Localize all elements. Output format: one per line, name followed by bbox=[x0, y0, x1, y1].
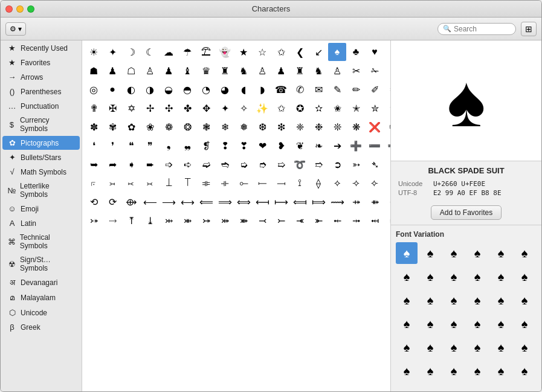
char-cell[interactable]: ✏ bbox=[347, 80, 365, 98]
char-cell[interactable]: ✨ bbox=[253, 99, 271, 117]
char-cell[interactable]: ➫ bbox=[197, 155, 215, 173]
search-input[interactable] bbox=[454, 25, 508, 33]
variation-cell[interactable]: ♠ bbox=[514, 313, 535, 335]
char-cell[interactable]: ⟴ bbox=[122, 193, 140, 211]
char-cell[interactable]: ⤁ bbox=[366, 193, 384, 211]
char-cell[interactable]: ⤐ bbox=[85, 211, 103, 230]
variation-cell[interactable]: ♠ bbox=[466, 289, 488, 311]
variation-cell[interactable]: ♠ bbox=[396, 266, 418, 288]
char-cell[interactable]: ❌ bbox=[366, 118, 384, 136]
char-cell[interactable]: ❡ bbox=[197, 137, 215, 155]
variation-cell[interactable]: ♠ bbox=[490, 266, 512, 288]
sidebar-item-unicode[interactable]: ⬡Unicode bbox=[2, 306, 80, 320]
variation-cell[interactable]: ♠ bbox=[443, 336, 465, 358]
char-cell[interactable]: ❛ bbox=[85, 137, 103, 155]
char-cell[interactable]: ◒ bbox=[160, 80, 178, 98]
char-cell[interactable]: ⟕ bbox=[103, 174, 121, 192]
char-cell[interactable]: ⟠ bbox=[309, 174, 327, 192]
char-cell[interactable]: ✮ bbox=[366, 99, 384, 117]
char-cell[interactable]: ✽ bbox=[85, 118, 103, 136]
char-cell[interactable]: ❤ bbox=[253, 137, 271, 155]
char-cell[interactable]: ☀ bbox=[85, 43, 103, 61]
char-cell[interactable]: ✣ bbox=[160, 99, 178, 117]
variation-cell[interactable]: ♠ bbox=[466, 266, 488, 288]
char-cell[interactable]: ❦ bbox=[291, 137, 309, 155]
variation-cell[interactable]: ♠ bbox=[419, 360, 441, 382]
char-cell[interactable]: ⟳ bbox=[103, 193, 121, 211]
char-cell[interactable]: ♥ bbox=[366, 43, 384, 61]
char-cell[interactable]: ✟ bbox=[85, 99, 103, 117]
char-cell[interactable]: ⤓ bbox=[141, 211, 159, 230]
sidebar-item-arrows[interactable]: →Arrows bbox=[2, 70, 80, 84]
gear-button[interactable]: ⚙ ▾ bbox=[5, 22, 26, 36]
char-grid-area[interactable]: ☀✦☽☾☁☂⛱👻★☆✩❮↙♠♣♥♦♤♧♡◇♛♚♝♞♟♜♙▲♚☗♟☖♙♟♝♛♜♞♙… bbox=[82, 40, 390, 391]
char-cell[interactable]: ✦ bbox=[103, 43, 121, 61]
char-cell[interactable]: ⟲ bbox=[85, 193, 103, 211]
char-cell[interactable]: ➕ bbox=[347, 137, 365, 155]
variation-cell[interactable]: ♠ bbox=[396, 289, 418, 311]
variation-cell[interactable]: ♠ bbox=[419, 313, 441, 335]
char-cell[interactable]: ♟ bbox=[160, 62, 178, 80]
char-cell[interactable]: ⟸ bbox=[197, 193, 215, 211]
char-cell[interactable]: ⟻ bbox=[253, 193, 271, 211]
variation-cell[interactable]: ♠ bbox=[514, 336, 535, 358]
variation-cell[interactable]: ♠ bbox=[443, 266, 465, 288]
variation-cell[interactable]: ♠ bbox=[514, 242, 535, 264]
char-cell[interactable]: ♛ bbox=[197, 62, 215, 80]
sidebar-item-bullets[interactable]: ✦Bullets/Stars bbox=[2, 150, 80, 164]
char-cell[interactable]: ➥ bbox=[85, 155, 103, 173]
variation-cell[interactable]: ♠ bbox=[419, 289, 441, 311]
sidebar-item-recently-used[interactable]: ★Recently Used bbox=[2, 41, 80, 55]
char-cell[interactable]: ❧ bbox=[309, 137, 327, 155]
char-cell[interactable]: ✩ bbox=[272, 43, 290, 61]
char-cell[interactable]: ⤙ bbox=[253, 211, 271, 230]
char-cell[interactable]: ✪ bbox=[291, 99, 309, 117]
char-cell[interactable]: ➳ bbox=[347, 155, 365, 173]
variation-cell[interactable]: ♠ bbox=[490, 336, 512, 358]
char-cell[interactable]: ♟ bbox=[103, 62, 121, 80]
sidebar-item-letterlike[interactable]: №Letterlike Symbols bbox=[2, 179, 80, 201]
variation-cell[interactable]: ♠ bbox=[396, 360, 418, 382]
char-cell[interactable]: ➭ bbox=[234, 155, 253, 173]
char-cell[interactable]: ➰ bbox=[291, 155, 309, 173]
char-cell[interactable]: ➔ bbox=[328, 137, 346, 155]
char-cell[interactable]: ✿ bbox=[122, 118, 140, 136]
char-cell[interactable]: ♝ bbox=[178, 62, 196, 80]
char-cell[interactable]: ★ bbox=[234, 43, 253, 61]
variation-cell[interactable]: ♠ bbox=[419, 242, 441, 264]
char-cell[interactable]: ➱ bbox=[309, 155, 327, 173]
char-cell[interactable]: ⟢ bbox=[347, 174, 365, 192]
char-cell[interactable]: ⟤ bbox=[384, 174, 390, 192]
char-cell[interactable]: ⟿ bbox=[328, 193, 346, 211]
char-cell[interactable]: ☽ bbox=[122, 43, 140, 61]
char-cell[interactable]: ♙ bbox=[328, 62, 346, 80]
char-cell[interactable]: ✩ bbox=[272, 99, 290, 117]
sidebar-item-parentheses[interactable]: ()Parentheses bbox=[2, 85, 80, 98]
variation-cell[interactable]: ♠ bbox=[443, 360, 465, 382]
char-cell[interactable]: ❍ bbox=[384, 118, 390, 136]
char-cell[interactable]: ⟘ bbox=[160, 174, 178, 192]
variation-cell[interactable]: ♠ bbox=[466, 336, 488, 358]
char-cell[interactable]: ☆ bbox=[253, 43, 271, 61]
sidebar-item-math[interactable]: √Math Symbols bbox=[2, 165, 80, 179]
char-cell[interactable]: ➲ bbox=[328, 155, 346, 173]
char-cell[interactable]: ✉ bbox=[309, 80, 327, 98]
sidebar-item-devanagari[interactable]: अDevanagari bbox=[2, 275, 80, 290]
char-cell[interactable]: ◑ bbox=[141, 80, 159, 98]
char-cell[interactable]: ❅ bbox=[234, 118, 253, 136]
char-cell[interactable]: ❂ bbox=[178, 118, 196, 136]
list-view-button[interactable]: ⊞ bbox=[521, 22, 537, 36]
variation-cell[interactable]: ♠ bbox=[466, 242, 488, 264]
char-cell[interactable]: ♦ bbox=[384, 43, 390, 61]
variation-cell[interactable]: ♠ bbox=[490, 360, 512, 382]
char-cell[interactable]: ⟞ bbox=[272, 174, 290, 192]
char-cell[interactable]: ⤒ bbox=[122, 211, 140, 230]
char-cell[interactable]: ⟙ bbox=[178, 174, 196, 192]
variation-cell[interactable]: ♠ bbox=[396, 313, 418, 335]
add-favorites-button[interactable]: Add to Favorites bbox=[431, 205, 502, 220]
char-cell[interactable]: ❞ bbox=[141, 137, 159, 155]
char-cell[interactable]: ♣ bbox=[347, 43, 365, 61]
char-cell[interactable]: ➴ bbox=[366, 155, 384, 173]
close-button[interactable] bbox=[5, 5, 13, 13]
char-cell[interactable]: ⟷ bbox=[178, 193, 196, 211]
